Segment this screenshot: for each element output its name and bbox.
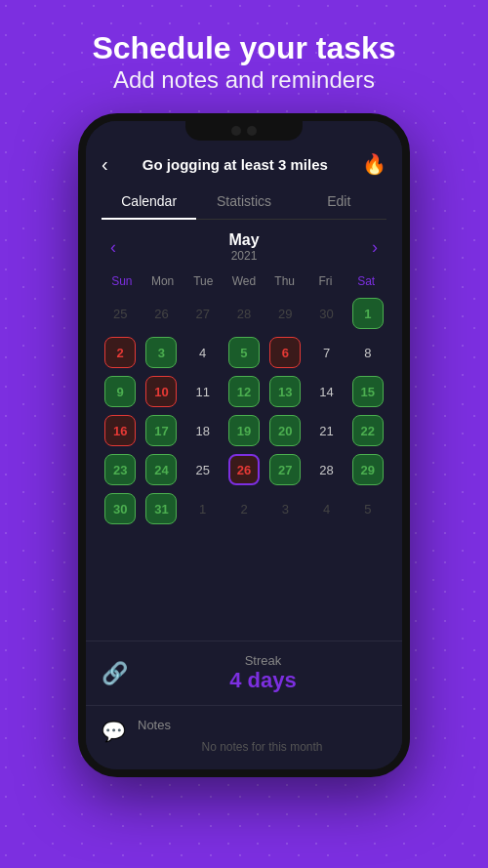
day-missed: 6 [269, 337, 301, 368]
day-fri: Fri [305, 270, 346, 292]
day-completed: 5 [228, 337, 260, 368]
calendar-cell[interactable]: 11 [184, 374, 222, 409]
calendar-cell[interactable]: 25 [184, 452, 222, 487]
notes-section: 💬 Notes No notes for this month [86, 705, 402, 769]
day-mon: Mon [142, 270, 183, 292]
calendar-cell[interactable]: 23 [102, 452, 139, 487]
calendar-cell[interactable]: 25 [102, 296, 139, 331]
day-wed: Wed [224, 270, 264, 292]
day-completed: 15 [352, 376, 384, 407]
calendar-cell[interactable]: 27 [266, 452, 304, 487]
streak-value: 4 days [140, 668, 386, 693]
calendar-cell[interactable]: 7 [307, 335, 345, 370]
calendar-cell[interactable]: 22 [349, 413, 386, 448]
calendar-cell[interactable]: 17 [142, 413, 180, 448]
calendar-cell[interactable]: 4 [307, 491, 345, 526]
prev-month-button[interactable]: ‹ [102, 237, 125, 258]
streak-info: Streak 4 days [140, 653, 386, 693]
day-missed: 2 [104, 337, 136, 368]
calendar-cell[interactable]: 24 [142, 452, 180, 487]
notes-icon: 💬 [102, 718, 126, 743]
streak-section: 🔗 Streak 4 days [86, 641, 402, 705]
calendar-cell[interactable]: 10 [142, 374, 180, 409]
phone-frame: ‹ Go jogging at least 3 miles 🔥 Calendar… [78, 113, 410, 777]
calendar-cell[interactable]: 3 [266, 491, 304, 526]
calendar-cell[interactable]: 15 [349, 374, 386, 409]
calendar-cell[interactable]: 29 [349, 452, 386, 487]
calendar-cell[interactable]: 19 [225, 413, 263, 448]
calendar-cell[interactable]: 9 [102, 374, 139, 409]
tab-statistics[interactable]: Statistics [196, 184, 291, 219]
notes-label: Notes [138, 718, 386, 732]
phone-content: ‹ Go jogging at least 3 miles 🔥 Calendar… [86, 121, 402, 769]
phone-notch [185, 121, 303, 141]
tab-calendar[interactable]: Calendar [102, 184, 196, 219]
day-completed: 19 [228, 415, 260, 446]
calendar-section: ‹ May 2021 › Sun Mon Tue Wed Thu Fri Sat… [86, 220, 402, 641]
streak-label: Streak [140, 653, 386, 668]
day-completed: 24 [145, 454, 177, 485]
calendar-cell[interactable]: 29 [266, 296, 304, 331]
day-completed: 22 [352, 415, 384, 446]
calendar-cell[interactable]: 6 [266, 335, 304, 370]
day-sun: Sun [102, 270, 142, 292]
calendar-cell[interactable]: 21 [307, 413, 345, 448]
calendar-cell[interactable]: 5 [349, 491, 386, 526]
calendar-cell[interactable]: 20 [266, 413, 304, 448]
month-name: May [228, 231, 259, 249]
calendar-cell[interactable]: 30 [102, 491, 139, 526]
calendar-header: ‹ May 2021 › [102, 231, 386, 263]
next-month-button[interactable]: › [363, 237, 386, 258]
day-completed: 17 [145, 415, 177, 446]
day-today-missed: 26 [228, 454, 260, 485]
task-title: Go jogging at least 3 miles [108, 156, 362, 173]
streak-icon: 🔗 [102, 661, 128, 686]
calendar-cell[interactable]: 16 [102, 413, 139, 448]
calendar-cell[interactable]: 18 [184, 413, 222, 448]
day-completed: 12 [228, 376, 260, 407]
hero-title: Schedule your tasks [92, 29, 395, 66]
day-completed: 20 [269, 415, 301, 446]
calendar-cell[interactable]: 30 [307, 296, 345, 331]
calendar-cell[interactable]: 1 [184, 491, 222, 526]
calendar-cell[interactable]: 28 [225, 296, 263, 331]
day-completed: 27 [269, 454, 301, 485]
calendar-cell[interactable]: 26 [225, 452, 263, 487]
calendar-day-names: Sun Mon Tue Wed Thu Fri Sat [102, 270, 386, 292]
calendar-cell[interactable]: 31 [142, 491, 180, 526]
top-bar: ‹ Go jogging at least 3 miles 🔥 [86, 145, 402, 184]
day-completed: 30 [104, 493, 136, 524]
year-label: 2021 [228, 249, 259, 263]
calendar-cell[interactable]: 27 [184, 296, 222, 331]
camera-dot [231, 126, 241, 136]
calendar-cell[interactable]: 2 [225, 491, 263, 526]
calendar-cell[interactable]: 8 [349, 335, 386, 370]
calendar-cell[interactable]: 4 [184, 335, 222, 370]
day-thu: Thu [264, 270, 305, 292]
tabs-bar: Calendar Statistics Edit [102, 184, 386, 220]
calendar-cell[interactable]: 12 [225, 374, 263, 409]
calendar-cell[interactable]: 26 [142, 296, 180, 331]
day-completed: 29 [352, 454, 384, 485]
day-completed: 23 [104, 454, 136, 485]
calendar-cell[interactable]: 28 [307, 452, 345, 487]
day-completed: 13 [269, 376, 301, 407]
calendar-grid: 2526272829301234567891011121314151617181… [102, 296, 386, 526]
day-completed: 3 [145, 337, 177, 368]
tab-edit[interactable]: Edit [292, 184, 386, 219]
notes-empty-text: No notes for this month [138, 736, 386, 758]
calendar-cell[interactable]: 3 [142, 335, 180, 370]
calendar-cell[interactable]: 13 [266, 374, 304, 409]
back-button[interactable]: ‹ [102, 153, 108, 176]
day-completed: 1 [352, 298, 384, 329]
speaker [247, 126, 257, 136]
notes-info: Notes No notes for this month [138, 718, 386, 758]
calendar-cell[interactable]: 1 [349, 296, 386, 331]
day-missed: 16 [104, 415, 136, 446]
calendar-cell[interactable]: 14 [307, 374, 345, 409]
day-completed: 9 [104, 376, 136, 407]
flame-icon: 🔥 [362, 152, 386, 176]
calendar-cell[interactable]: 2 [102, 335, 139, 370]
calendar-cell[interactable]: 5 [225, 335, 263, 370]
day-completed: 31 [145, 493, 177, 524]
